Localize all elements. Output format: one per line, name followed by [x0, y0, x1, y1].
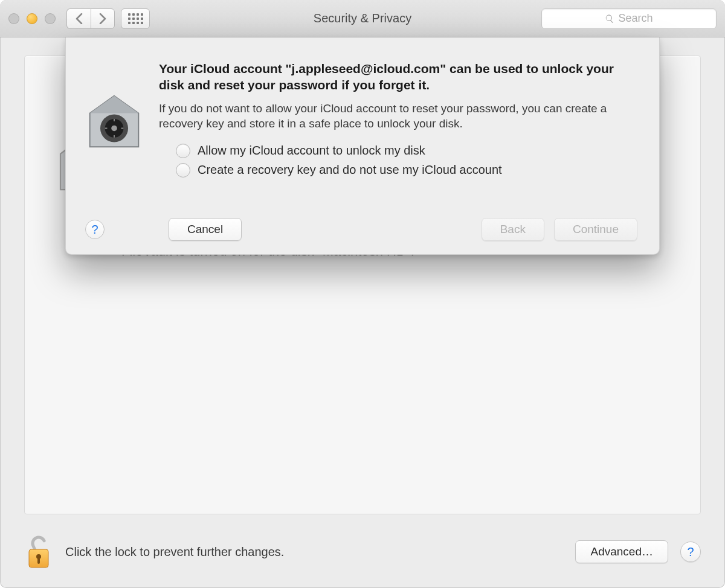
- titlebar: Security & Privacy Search: [0, 0, 725, 37]
- chevron-left-icon: [76, 13, 83, 24]
- traffic-lights: [8, 13, 56, 24]
- lock-hint-text: Click the lock to prevent further change…: [65, 545, 563, 559]
- advanced-button[interactable]: Advanced…: [575, 540, 668, 563]
- search-icon: [605, 14, 614, 24]
- unlocked-lock-icon[interactable]: [24, 534, 53, 570]
- icloud-recovery-sheet: Your iCloud account "j.appleseed@icloud.…: [65, 37, 660, 255]
- search-placeholder: Search: [618, 12, 652, 25]
- back-nav-button[interactable]: [66, 8, 91, 29]
- window-zoom-button[interactable]: [45, 13, 56, 24]
- preferences-window: Security & Privacy Search FileVault is t…: [0, 0, 725, 588]
- show-all-button[interactable]: [121, 8, 150, 29]
- grid-icon: [128, 13, 143, 24]
- sheet-help-button[interactable]: ?: [85, 220, 105, 239]
- svg-rect-6: [37, 558, 40, 564]
- option-allow-icloud[interactable]: Allow my iCloud account to unlock my dis…: [176, 144, 637, 158]
- sheet-heading: Your iCloud account "j.appleseed@icloud.…: [159, 60, 637, 94]
- svg-marker-8: [90, 96, 139, 113]
- option-recovery-key[interactable]: Create a recovery key and do not use my …: [176, 163, 637, 177]
- window-minimize-button[interactable]: [27, 13, 37, 24]
- help-button[interactable]: ?: [680, 542, 701, 562]
- continue-button[interactable]: Continue: [554, 218, 637, 241]
- filevault-icon: [85, 60, 143, 182]
- nav-buttons: [66, 8, 115, 29]
- sheet-options: Allow my iCloud account to unlock my dis…: [176, 144, 637, 177]
- back-button[interactable]: Back: [482, 218, 544, 241]
- window-close-button[interactable]: [8, 13, 19, 24]
- option-label: Allow my iCloud account to unlock my dis…: [198, 144, 425, 158]
- svg-point-15: [111, 126, 117, 132]
- radio-icon: [176, 144, 190, 158]
- footer-bar: Click the lock to prevent further change…: [0, 516, 725, 588]
- search-field[interactable]: Search: [541, 8, 717, 29]
- radio-icon: [176, 163, 190, 177]
- forward-nav-button[interactable]: [91, 8, 115, 29]
- chevron-right-icon: [99, 13, 106, 24]
- option-label: Create a recovery key and do not use my …: [198, 163, 502, 177]
- sheet-subtext: If you do not want to allow your iCloud …: [159, 101, 637, 132]
- cancel-button[interactable]: Cancel: [169, 218, 242, 241]
